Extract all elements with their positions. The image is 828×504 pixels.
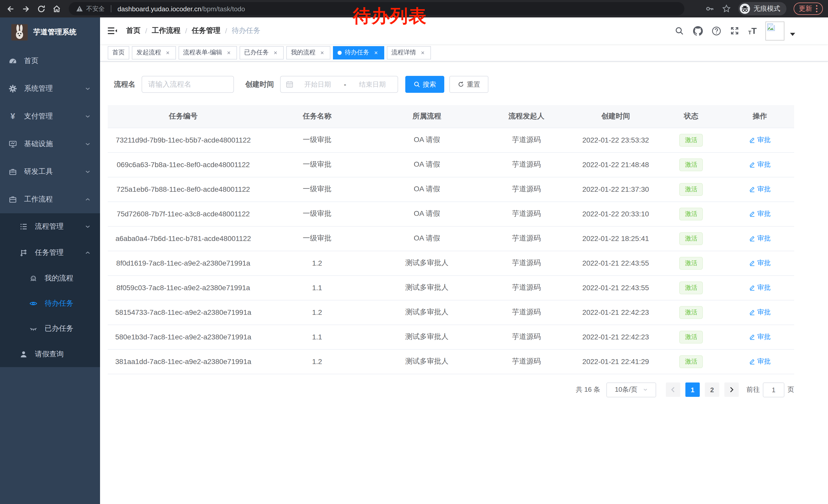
update-label[interactable]: 更新 — [799, 4, 812, 13]
not-secure-icon — [76, 5, 83, 12]
tag-close-icon[interactable]: × — [225, 49, 233, 56]
search-icon[interactable] — [674, 26, 684, 36]
tag-close-icon[interactable]: × — [319, 49, 326, 56]
sidebar-item-payment[interactable]: ¥ 支付管理 — [0, 102, 100, 130]
approve-link[interactable]: 审批 — [749, 259, 771, 268]
table-header-row: 任务编号 任务名称 所属流程 流程发起人 创建时间 状态 操作 — [108, 105, 794, 128]
tag-close-icon[interactable]: × — [164, 49, 171, 56]
breadcrumb-task-mgmt[interactable]: 任务管理 — [192, 26, 220, 35]
goto-page-input[interactable]: 1 — [763, 382, 784, 397]
approve-link[interactable]: 审批 — [749, 308, 771, 317]
tag-close-icon[interactable]: × — [372, 49, 380, 56]
cell-status: 激活 — [657, 226, 726, 251]
sidebar-item-todo-tasks[interactable]: 待办任务 — [0, 291, 100, 316]
cell-action: 审批 — [726, 251, 794, 275]
browser-reload-icon[interactable] — [35, 3, 47, 15]
tab-tag[interactable]: 首页 — [108, 46, 129, 59]
cell-process: OA 请假 — [376, 226, 479, 251]
chevron-down-icon — [643, 387, 648, 392]
cell-status: 激活 — [657, 251, 726, 275]
tab-tag[interactable]: 我的流程 × — [286, 46, 330, 59]
start-date-placeholder[interactable]: 开始日期 — [297, 80, 338, 89]
approve-link[interactable]: 审批 — [749, 332, 771, 341]
browser-back-icon[interactable] — [4, 3, 16, 15]
sidebar-logo[interactable]: 芋道管理系统 — [0, 17, 100, 47]
sidebar-item-home[interactable]: 首页 — [0, 47, 100, 75]
sidebar-item-workflow[interactable]: 工作流程 — [0, 186, 100, 213]
sidebar-toggle-hamburger-icon[interactable] — [107, 25, 118, 36]
date-range-picker[interactable]: 开始日期 - 结束日期 — [280, 76, 398, 93]
tag-label: 我的流程 — [291, 48, 316, 57]
search-button[interactable]: 搜索 — [405, 76, 444, 93]
password-key-icon[interactable] — [705, 4, 715, 13]
bookmark-star-icon[interactable] — [722, 4, 731, 13]
sidebar-item-process-mgmt[interactable]: 流程管理 — [0, 213, 100, 239]
cell-created: 2022-01-22 20:33:10 — [575, 201, 657, 226]
update-button[interactable]: 更新 — [794, 3, 823, 15]
help-icon[interactable] — [711, 26, 721, 36]
tab-tag[interactable]: 待办任务 × — [333, 46, 384, 59]
browser-menu-kebab-icon[interactable] — [816, 5, 818, 13]
cell-task-name: 1.2 — [259, 300, 376, 325]
approve-link[interactable]: 审批 — [749, 234, 771, 243]
sidebar-item-devtools[interactable]: 研发工具 — [0, 158, 100, 186]
process-name-input[interactable]: 请输入流程名 — [141, 76, 234, 93]
tab-tag[interactable]: 已办任务 × — [240, 46, 284, 59]
security-label[interactable]: 不安全 — [86, 4, 105, 13]
font-size-icon[interactable]: TT — [748, 27, 757, 35]
avatar[interactable] — [765, 21, 784, 40]
url-host[interactable]: dashboard.yudao.iocoder.cn — [118, 5, 201, 12]
tag-close-icon[interactable]: × — [419, 49, 426, 56]
col-process: 所属流程 — [376, 105, 479, 128]
breadcrumb: 首页 / 工作流程 / 任务管理 / 待办任务 — [126, 26, 260, 35]
prev-page-button[interactable] — [666, 382, 680, 397]
sidebar-item-leave-query[interactable]: 请假查询 — [0, 341, 100, 367]
cell-action: 审批 — [726, 349, 794, 374]
approve-link[interactable]: 审批 — [749, 160, 771, 169]
chevron-up-icon — [85, 249, 91, 256]
tab-tag[interactable]: 流程详情 × — [387, 46, 431, 59]
user-menu-caret-icon[interactable] — [790, 32, 795, 36]
tab-tag[interactable]: 流程表单-编辑 × — [178, 46, 237, 59]
github-icon[interactable] — [693, 26, 703, 36]
chevron-down-icon — [85, 223, 91, 229]
next-page-button[interactable] — [724, 382, 739, 397]
table-row: 75d72608-7b7f-11ec-a3c8-acde48001122 一级审… — [108, 201, 794, 226]
cell-task-id: 58154733-7ac8-11ec-a9e2-a2380e71991a — [108, 300, 259, 325]
url-path[interactable]: /bpm/task/todo — [201, 5, 245, 12]
cell-created: 2022-01-22 23:53:32 — [575, 128, 657, 152]
approve-link[interactable]: 审批 — [749, 135, 771, 145]
page-number-button[interactable]: 2 — [705, 382, 719, 397]
cell-initiator: 芋道源码 — [479, 201, 575, 226]
approve-link[interactable]: 审批 — [749, 209, 771, 218]
approve-link[interactable]: 审批 — [749, 185, 771, 194]
tab-tag[interactable]: 发起流程 × — [132, 46, 176, 59]
eye-icon — [29, 299, 37, 307]
end-date-placeholder[interactable]: 结束日期 — [352, 80, 392, 89]
cell-initiator: 芋道源码 — [479, 226, 575, 251]
approve-link[interactable]: 审批 — [749, 283, 771, 292]
sidebar-item-my-process[interactable]: 我的流程 — [0, 266, 100, 291]
browser-home-icon[interactable] — [50, 3, 63, 15]
sidebar-item-task-mgmt[interactable]: 任务管理 — [0, 239, 100, 266]
breadcrumb-home[interactable]: 首页 — [126, 26, 140, 35]
sidebar-item-done-tasks[interactable]: 已办任务 — [0, 316, 100, 341]
task-table: 任务编号 任务名称 所属流程 流程发起人 创建时间 状态 操作 73211d9d… — [108, 105, 794, 374]
col-task-id: 任务编号 — [108, 105, 259, 128]
approve-link[interactable]: 审批 — [749, 357, 771, 366]
page-number-button[interactable]: 1 — [686, 382, 700, 397]
breadcrumb-workflow[interactable]: 工作流程 — [152, 26, 180, 35]
cell-task-id: 8f059c03-7ac8-11ec-a9e2-a2380e71991a — [108, 275, 259, 300]
fullscreen-icon[interactable] — [730, 26, 740, 36]
table-row: a6aba0a4-7b6d-11ec-b781-acde48001122 一级审… — [108, 226, 794, 251]
tag-label: 流程详情 — [391, 48, 416, 57]
browser-forward-icon[interactable] — [19, 3, 32, 15]
sidebar-item-system[interactable]: 系统管理 — [0, 75, 100, 102]
table-row: 580e1b3d-7ac8-11ec-a9e2-a2380e71991a 1.1… — [108, 325, 794, 349]
table-row: 8f0d1619-7ac8-11ec-a9e2-a2380e71991a 1.2… — [108, 251, 794, 275]
tag-close-icon[interactable]: × — [272, 49, 279, 56]
sidebar-item-infra[interactable]: 基础设施 — [0, 130, 100, 158]
reset-button[interactable]: 重置 — [449, 76, 488, 93]
range-separator: - — [344, 81, 346, 88]
page-size-select[interactable]: 10条/页 — [606, 382, 656, 397]
